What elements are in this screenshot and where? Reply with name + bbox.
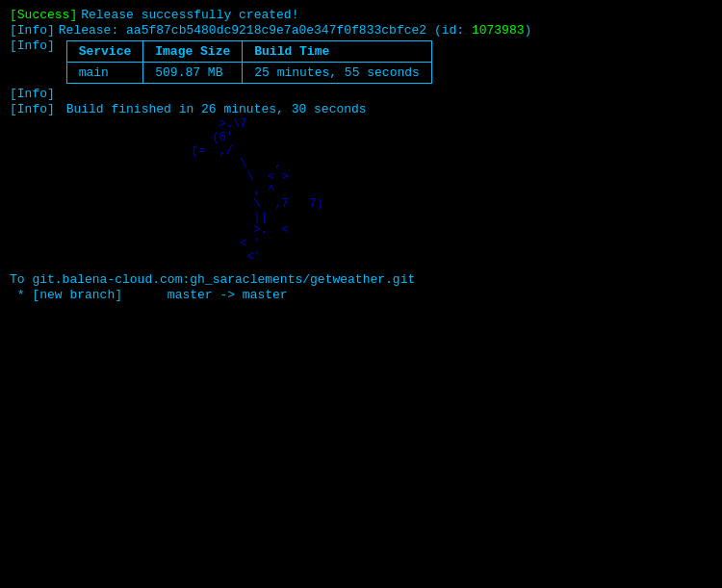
release-hash: aa5f87cb5480dc9218c9e7a0e347f0f833cbfce2 [126,23,426,38]
col-service: Service [66,41,143,63]
success-tag: [Success] [10,8,77,22]
build-table: Service Image Size Build Time main 509.8… [66,40,432,84]
table-row: main 509.87 MB 25 minutes, 55 seconds [66,63,431,84]
info-tag-2: [Info] [10,38,55,53]
release-id: 1073983 [472,23,525,38]
git-push-section: To git.balena-cloud.com:gh_saraclements/… [10,272,712,302]
info-tag-3: [Info] [10,87,55,101]
success-message: Release successfully created! [81,8,298,22]
cell-service: main [66,63,143,84]
release-label: Release: [59,23,126,38]
release-id-close: ) [525,23,532,38]
release-line: [Info] Release: aa5f87cb5480dc9218c9e7a0… [10,23,712,38]
col-image-size: Image Size [143,41,243,63]
info-table-line: [Info] Service Image Size Build Time mai… [10,38,712,86]
terminal-output: [Success] Release successfully created! … [10,8,712,302]
ascii-art: >.\7 (6' (= ,/ \ , \ < > , ^ \ ,7 7) || … [164,118,712,265]
success-line: [Success] Release successfully created! [10,8,712,22]
release-id-label: (id: [426,23,472,38]
info-blank-1: [Info] [10,87,712,101]
cell-build-time: 25 minutes, 55 seconds [243,63,432,84]
table-header-row: Service Image Size Build Time [66,41,431,63]
cell-image-size: 509.87 MB [143,63,243,84]
git-push-text-2: * [new branch] master -> master [10,288,288,302]
info-tag-4: [Info] [10,102,55,116]
git-push-line-1: To git.balena-cloud.com:gh_saraclements/… [10,272,712,287]
col-build-time: Build Time [243,41,432,63]
info-build-finished: [Info] Build finished in 26 minutes, 30 … [10,102,712,116]
git-push-text-1: To git.balena-cloud.com:gh_saraclements/… [10,272,415,287]
git-push-line-2: * [new branch] master -> master [10,288,712,302]
build-finished-msg: Build finished in 26 minutes, 30 seconds [59,102,367,116]
info-tag-1: [Info] [10,23,55,38]
